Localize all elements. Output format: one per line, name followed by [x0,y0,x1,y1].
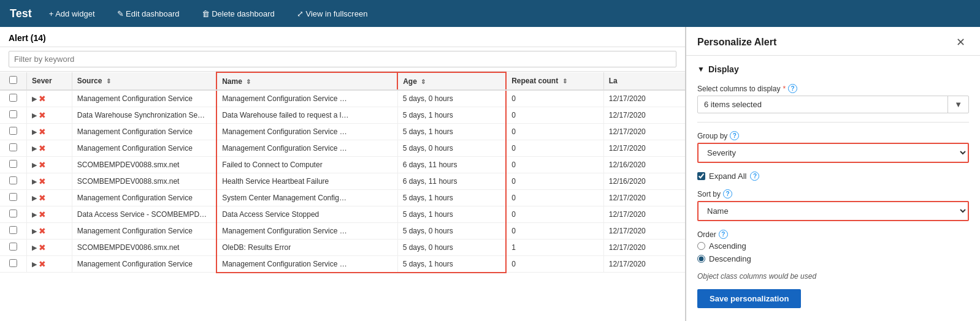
row-checkbox[interactable] [9,193,17,201]
severity-icon: ✖ [39,226,46,236]
select-all-checkbox[interactable] [9,76,17,84]
row-checkbox[interactable] [9,127,17,135]
close-panel-button[interactable]: ✕ [952,36,969,49]
row-checkbox-cell [0,206,27,223]
row-checkbox-cell [0,190,27,206]
expand-row-icon[interactable]: ▶ [32,111,37,119]
row-checkbox-cell [0,223,27,240]
alert-panel: Alert (14) Sever Source ⇕ Name ⇕ Age ⇕ R… [0,27,686,321]
row-sev: ▶ ✖ [27,240,72,256]
row-age: 5 days, 1 hours [397,256,506,273]
select-columns-row: Select columns to display * ? 6 items se… [697,84,969,113]
expand-row-icon[interactable]: ▶ [32,227,37,235]
row-checkbox[interactable] [9,160,17,168]
row-sev: ▶ ✖ [27,157,72,173]
filter-input[interactable] [9,51,676,67]
expand-row-icon[interactable]: ▶ [32,194,37,202]
row-checkbox-cell [0,240,27,256]
app-title: Test [10,7,32,20]
alert-table-wrapper: Sever Source ⇕ Name ⇕ Age ⇕ Repeat count… [0,72,685,321]
sort-by-select[interactable]: Name Severity Source Age Repeat count [697,201,969,221]
repeat-count-header[interactable]: Repeat count ⇕ [506,72,603,90]
edit-dashboard-button[interactable]: ✎ Edit dashboard [112,7,185,21]
table-row: ▶ ✖ SCOMBEMPDEV0088.smx.net Failed to Co… [0,157,685,173]
expand-all-help-icon[interactable]: ? [750,172,759,181]
expand-all-label[interactable]: Expand All [709,172,746,181]
order-help-icon[interactable]: ? [719,230,728,239]
expand-row-icon[interactable]: ▶ [32,161,37,169]
descending-radio[interactable] [697,255,705,263]
row-age: 6 days, 11 hours [397,173,506,190]
row-checkbox[interactable] [9,226,17,234]
order-label: Order ? [697,230,969,239]
row-checkbox[interactable] [9,259,17,267]
row-repeat: 0 [506,90,603,107]
row-checkbox-cell [0,157,27,173]
collapse-arrow-icon[interactable]: ▼ [697,65,705,74]
group-by-help-icon[interactable]: ? [730,131,739,140]
row-checkbox[interactable] [9,94,17,102]
columns-selector[interactable]: 6 items selected ▼ [697,96,969,113]
severity-icon: ✖ [39,160,46,170]
row-checkbox[interactable] [9,110,17,118]
row-age: 5 days, 0 hours [397,240,506,256]
expand-all-row: Expand All ? [697,172,969,181]
expand-all-checkbox[interactable] [697,172,705,180]
expand-row-icon[interactable]: ▶ [32,128,37,136]
row-sev: ▶ ✖ [27,140,72,157]
panel-header: Personalize Alert ✕ [686,27,980,56]
row-last: 12/16/2020 [603,157,685,173]
row-source: Management Configuration Service [72,90,216,107]
row-checkbox[interactable] [9,176,17,184]
order-row: Order ? Ascending Descending [697,230,969,263]
columns-dropdown-arrow-icon[interactable]: ▼ [947,96,968,113]
row-checkbox[interactable] [9,210,17,217]
row-repeat: 0 [506,223,603,240]
row-name: OleDB: Results Error [216,240,397,256]
row-last: 12/17/2020 [603,140,685,157]
table-header-row: Sever Source ⇕ Name ⇕ Age ⇕ Repeat count… [0,72,685,90]
age-header[interactable]: Age ⇕ [397,72,506,90]
view-fullscreen-button[interactable]: ⤢ View in fullscreen [292,7,373,21]
expand-row-icon[interactable]: ▶ [32,244,37,252]
table-row: ▶ ✖ Management Configuration Service Man… [0,223,685,240]
severity-icon: ✖ [39,193,46,203]
expand-row-icon[interactable]: ▶ [32,95,37,103]
group-by-select[interactable]: Severity Source Name Age Repeat count [697,143,969,163]
save-personalization-button[interactable]: Save personalization [697,289,801,308]
add-widget-button[interactable]: + Add widget [44,7,100,21]
descending-label[interactable]: Descending [709,254,751,263]
row-name: Management Configuration Service … [216,124,397,140]
row-name: Data Access Service Stopped [216,206,397,223]
row-last: 12/17/2020 [603,107,685,124]
row-age: 5 days, 1 hours [397,124,506,140]
row-last: 12/17/2020 [603,90,685,107]
ascending-radio[interactable] [697,242,705,250]
row-source: Data Access Service - SCOMBEMPD… [72,206,216,223]
items-selected-text: 6 items selected [698,96,947,113]
row-source: Management Configuration Service [72,140,216,157]
severity-icon: ✖ [39,243,46,252]
row-repeat: 1 [506,240,603,256]
sort-by-row: Sort by ? Name Severity Source Age Repea… [697,189,969,221]
table-row: ▶ ✖ Management Configuration Service Sys… [0,190,685,206]
expand-row-icon[interactable]: ▶ [32,211,37,219]
expand-row-icon[interactable]: ▶ [32,145,37,153]
row-checkbox[interactable] [9,143,17,151]
expand-row-icon[interactable]: ▶ [32,178,37,186]
source-header[interactable]: Source ⇕ [72,72,216,90]
expand-row-icon[interactable]: ▶ [32,260,37,268]
select-columns-help-icon[interactable]: ? [788,84,797,93]
ascending-label[interactable]: Ascending [709,241,746,251]
severity-icon: ✖ [39,143,46,153]
row-name: Data Warehouse failed to request a l… [216,107,397,124]
row-sev: ▶ ✖ [27,206,72,223]
row-repeat: 0 [506,107,603,124]
name-header[interactable]: Name ⇕ [216,72,397,90]
sort-by-help-icon[interactable]: ? [723,189,732,198]
row-source: Management Configuration Service [72,190,216,206]
row-checkbox[interactable] [9,243,17,251]
row-checkbox-cell [0,107,27,124]
delete-dashboard-button[interactable]: 🗑 Delete dashboard [197,7,280,21]
row-name: Health Service Heartbeat Failure [216,173,397,190]
